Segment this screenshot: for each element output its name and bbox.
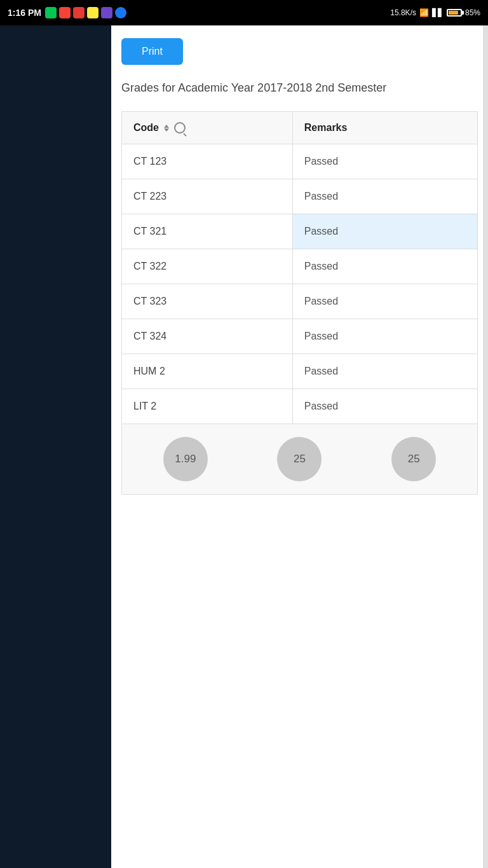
youtube-icon xyxy=(59,7,71,18)
table-row[interactable]: CT 223Passed xyxy=(122,179,478,214)
remarks-cell: Passed xyxy=(292,284,477,319)
sort-down-icon xyxy=(164,128,169,132)
tor-icon xyxy=(101,7,112,18)
signal-icon: ▋▋ xyxy=(432,8,444,17)
status-bar: 1:16 PM 15.8K/s 📶 ▋▋ 85% xyxy=(0,0,488,25)
units2-bubble: 25 xyxy=(391,437,436,481)
table-row[interactable]: CT 321Passed xyxy=(122,214,478,249)
network-speed: 15.8K/s xyxy=(390,8,416,17)
search-icon[interactable] xyxy=(174,122,186,134)
code-cell: CT 123 xyxy=(122,144,293,179)
page-title: Grades for Academic Year 2017-2018 2nd S… xyxy=(121,80,478,96)
status-time: 1:16 PM xyxy=(8,8,41,18)
sort-up-icon xyxy=(164,125,169,128)
remarks-cell: Passed xyxy=(292,319,477,354)
print-button[interactable]: Print xyxy=(121,38,183,65)
main-content: Print Grades for Academic Year 2017-2018… xyxy=(111,25,488,868)
table-row[interactable]: CT 123Passed xyxy=(122,144,478,179)
table-row[interactable]: HUM 2Passed xyxy=(122,354,478,389)
battery-icon xyxy=(447,9,462,17)
code-header-label: Code xyxy=(133,122,159,134)
play-games-icon xyxy=(45,7,57,18)
status-left: 1:16 PM xyxy=(8,7,126,18)
snapchat-icon xyxy=(87,7,98,18)
status-right: 15.8K/s 📶 ▋▋ 85% xyxy=(390,8,480,17)
code-cell: HUM 2 xyxy=(122,354,293,389)
table-row[interactable]: CT 322Passed xyxy=(122,249,478,284)
gpa-bubble: 1.99 xyxy=(163,437,208,481)
code-cell: CT 322 xyxy=(122,249,293,284)
code-cell: CT 321 xyxy=(122,214,293,249)
left-sidebar xyxy=(0,25,111,868)
table-row[interactable]: CT 323Passed xyxy=(122,284,478,319)
wifi-icon: 📶 xyxy=(419,8,429,17)
table-row[interactable]: LIT 2Passed xyxy=(122,389,478,424)
remarks-cell: Passed xyxy=(292,144,477,179)
app-icons xyxy=(45,7,126,18)
code-cell: CT 323 xyxy=(122,284,293,319)
units1-bubble: 25 xyxy=(277,437,322,481)
remarks-cell: Passed xyxy=(292,389,477,424)
summary-row: 1.99 25 25 xyxy=(121,424,478,495)
remarks-cell: Passed xyxy=(292,249,477,284)
sort-icon[interactable] xyxy=(164,125,169,132)
remarks-cell: Passed xyxy=(292,214,477,249)
table-row[interactable]: CT 324Passed xyxy=(122,319,478,354)
youtube2-icon xyxy=(73,7,85,18)
code-cell: CT 324 xyxy=(122,319,293,354)
grades-table: Code Remarks CT 123PassedCT 223PassedCT … xyxy=(121,111,478,424)
remarks-cell: Passed xyxy=(292,354,477,389)
remarks-column-header: Remarks xyxy=(292,112,477,144)
code-cell: CT 223 xyxy=(122,179,293,214)
facebook-icon xyxy=(115,7,126,18)
remarks-cell: Passed xyxy=(292,179,477,214)
code-cell: LIT 2 xyxy=(122,389,293,424)
remarks-header-label: Remarks xyxy=(304,122,348,133)
code-column-header[interactable]: Code xyxy=(122,112,293,144)
battery-percent: 85% xyxy=(465,8,480,17)
scrollbar[interactable] xyxy=(483,25,488,868)
